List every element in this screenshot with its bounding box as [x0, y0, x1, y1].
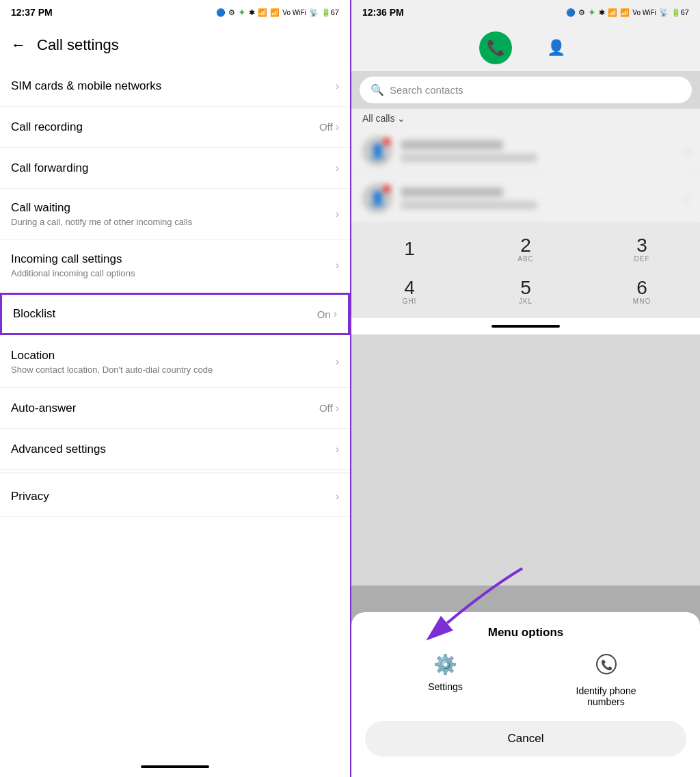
- search-placeholder: Search contacts: [390, 84, 463, 96]
- settings-item-call-forwarding[interactable]: Call forwarding›: [0, 148, 350, 189]
- settings-item-title-incoming-call-settings: Incoming call settings: [11, 252, 336, 266]
- settings-item-right-privacy: ›: [336, 490, 339, 503]
- settings-item-auto-answer[interactable]: Auto-answerOff›: [0, 388, 350, 429]
- dialpad-area: 1 2 ABC 3 DEF 4 GHI 5 JKL 6 MNO: [351, 222, 700, 318]
- settings-item-title-privacy: Privacy: [11, 490, 336, 503]
- settings-item-right-auto-answer: Off›: [319, 402, 339, 414]
- dialpad-key-1[interactable]: 1: [382, 232, 437, 266]
- dialpad-key-5[interactable]: 5 JKL: [498, 274, 553, 308]
- settings-item-privacy[interactable]: Privacy›: [0, 476, 350, 517]
- right-panel: 12:36 PM 🔵 ⚙ ✦ ✱ 📶 📶 Vo WiFi 📡 🔋67 📞 👤 🔍…: [350, 0, 700, 777]
- top-bar: ← Call settings: [0, 25, 350, 66]
- settings-item-left-location: LocationShow contact location, Don't aut…: [11, 349, 336, 375]
- settings-value-call-recording: Off: [319, 121, 333, 133]
- left-panel: 12:37 PM 🔵 ⚙ ✦ ✱ 📶 📶 Vo WiFi 📡 🔋67 ← Cal…: [0, 0, 350, 777]
- tab-contacts[interactable]: 👤: [539, 31, 572, 64]
- menu-title: Menu options: [365, 626, 686, 640]
- chevron-right-icon: ›: [336, 443, 339, 456]
- settings-item-right-location: ›: [336, 356, 339, 368]
- back-button[interactable]: ←: [11, 36, 26, 54]
- call-chevron-2: ›: [686, 192, 689, 205]
- settings-item-left-call-forwarding: Call forwarding: [11, 161, 336, 175]
- menu-sheet: Menu options ⚙️ Settings 📞 Identify phon…: [351, 612, 700, 777]
- settings-value-blocklist: On: [317, 308, 331, 320]
- settings-item-right-advanced-settings: ›: [336, 443, 339, 456]
- settings-item-title-call-forwarding: Call forwarding: [11, 161, 336, 175]
- settings-item-right-call-forwarding: ›: [336, 162, 339, 174]
- chevron-right-icon: ›: [336, 490, 339, 503]
- settings-label: Settings: [428, 681, 463, 692]
- chevron-right-icon: ›: [336, 356, 339, 368]
- right-home-indicator: [351, 318, 700, 334]
- calls-filter-label: All calls: [362, 113, 394, 124]
- cancel-button[interactable]: Cancel: [365, 721, 686, 756]
- call-detail-2: [401, 201, 537, 209]
- menu-overlay: Menu options ⚙️ Settings 📞 Identify phon…: [351, 585, 700, 777]
- tab-phone[interactable]: 📞: [479, 31, 512, 64]
- settings-item-call-recording[interactable]: Call recordingOff›: [0, 107, 350, 148]
- search-icon: 🔍: [371, 83, 384, 96]
- divider: [0, 473, 350, 473]
- menu-option-settings[interactable]: ⚙️ Settings: [405, 653, 487, 707]
- call-list: 👤 › 👤 ›: [351, 128, 700, 222]
- identify-phone-icon: 📞: [595, 653, 617, 680]
- settings-item-call-waiting[interactable]: Call waitingDuring a call, notify me of …: [0, 189, 350, 240]
- left-time: 12:37 PM: [11, 7, 53, 18]
- page-title: Call settings: [37, 36, 119, 54]
- right-time: 12:36 PM: [362, 7, 404, 18]
- settings-item-title-advanced-settings: Advanced settings: [11, 443, 336, 456]
- dialpad-key-3[interactable]: 3 DEF: [615, 232, 669, 266]
- settings-item-left-call-waiting: Call waitingDuring a call, notify me of …: [11, 201, 336, 227]
- dialpad-key-6[interactable]: 6 MNO: [615, 274, 669, 308]
- identify-phone-label: Identify phone numbers: [565, 685, 647, 707]
- settings-item-title-blocklist: Blocklist: [13, 307, 317, 321]
- calls-filter[interactable]: All calls ⌄: [351, 109, 700, 128]
- call-item-1[interactable]: 👤 ›: [351, 128, 700, 175]
- settings-item-location[interactable]: LocationShow contact location, Don't aut…: [0, 337, 350, 388]
- menu-option-identify-phone[interactable]: 📞 Identify phone numbers: [565, 653, 647, 707]
- settings-item-title-sim-cards: SIM cards & mobile networks: [11, 79, 336, 93]
- menu-options-row: ⚙️ Settings 📞 Identify phone numbers: [365, 653, 686, 707]
- settings-item-right-incoming-call-settings: ›: [336, 259, 339, 272]
- settings-item-sim-cards[interactable]: SIM cards & mobile networks›: [0, 66, 350, 107]
- phone-app-header: 📞 👤: [351, 25, 700, 71]
- home-bar: [141, 765, 209, 768]
- home-indicator: [0, 756, 350, 777]
- chevron-right-icon: ›: [336, 80, 339, 92]
- chevron-down-icon: ⌄: [397, 113, 405, 124]
- dialpad-row-2: 4 GHI 5 JKL 6 MNO: [351, 270, 700, 313]
- call-name-2: [401, 187, 503, 197]
- settings-item-title-location: Location: [11, 349, 336, 363]
- settings-item-title-call-waiting: Call waiting: [11, 201, 336, 215]
- settings-item-title-call-recording: Call recording: [11, 120, 319, 134]
- dialpad-key-2[interactable]: 2 ABC: [498, 232, 553, 266]
- settings-item-left-call-recording: Call recording: [11, 120, 319, 134]
- right-status-icons: 🔵 ⚙ ✦ ✱ 📶 📶 Vo WiFi 📡 🔋67: [566, 7, 689, 18]
- chevron-right-icon: ›: [336, 121, 339, 133]
- settings-item-right-sim-cards: ›: [336, 80, 339, 92]
- call-badge-1: [383, 137, 391, 146]
- settings-item-left-sim-cards: SIM cards & mobile networks: [11, 79, 336, 93]
- settings-item-subtitle-call-waiting: During a call, notify me of other incomi…: [11, 217, 336, 227]
- search-bar[interactable]: 🔍 Search contacts: [360, 77, 692, 103]
- call-detail-1: [401, 154, 537, 162]
- call-avatar-wrap-1: 👤: [362, 136, 392, 166]
- left-status-icons: 🔵 ⚙ ✦ ✱ 📶 📶 Vo WiFi 📡 🔋67: [216, 7, 339, 18]
- right-status-bar: 12:36 PM 🔵 ⚙ ✦ ✱ 📶 📶 Vo WiFi 📡 🔋67: [351, 0, 700, 25]
- settings-item-title-auto-answer: Auto-answer: [11, 401, 319, 415]
- chevron-right-icon: ›: [336, 259, 339, 272]
- call-item-2[interactable]: 👤 ›: [351, 175, 700, 222]
- call-info-1: [401, 140, 677, 162]
- chevron-right-icon: ›: [334, 308, 337, 320]
- settings-item-advanced-settings[interactable]: Advanced settings›: [0, 429, 350, 470]
- gear-icon: ⚙️: [433, 653, 457, 676]
- settings-item-left-advanced-settings: Advanced settings: [11, 443, 336, 456]
- dialpad-key-4[interactable]: 4 GHI: [382, 274, 437, 308]
- settings-item-incoming-call-settings[interactable]: Incoming call settingsAdditional incomin…: [0, 240, 350, 291]
- settings-item-subtitle-location: Show contact location, Don't auto-dial c…: [11, 365, 336, 375]
- svg-text:📞: 📞: [601, 659, 613, 671]
- settings-item-blocklist[interactable]: BlocklistOn›: [0, 293, 350, 335]
- settings-item-right-blocklist: On›: [317, 308, 337, 320]
- right-home-bar: [492, 325, 560, 328]
- settings-item-subtitle-incoming-call-settings: Additional incoming call options: [11, 268, 336, 278]
